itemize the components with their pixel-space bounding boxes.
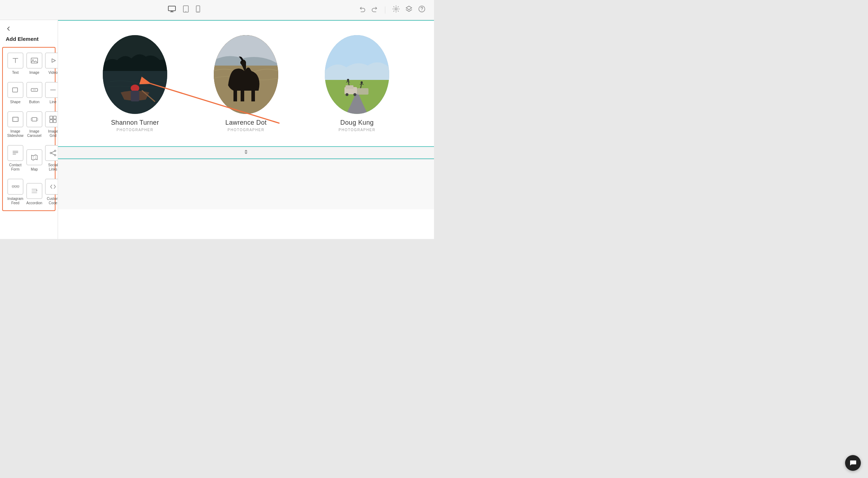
svg-point-7 <box>421 10 422 11</box>
element-social-links[interactable]: Social Links <box>44 142 58 175</box>
instagram-feed-label: Instagram Feed <box>7 197 24 205</box>
svg-rect-25 <box>12 186 14 187</box>
svg-rect-11 <box>13 88 18 92</box>
text-icon <box>8 53 23 68</box>
contact-form-label: Contact Form <box>7 163 24 172</box>
panel-title: Add Element <box>0 36 58 47</box>
person-card-doug: Doug Kung PHOTOGRAPHER <box>325 35 389 132</box>
person-role-lawrence: PHOTOGRAPHER <box>228 128 265 132</box>
svg-rect-20 <box>50 120 53 123</box>
element-image-grid[interactable]: Image Grid <box>44 108 58 142</box>
video-icon <box>45 53 58 68</box>
layers-icon[interactable] <box>405 5 413 14</box>
element-contact-form[interactable]: Contact Form <box>6 142 25 175</box>
instagram-feed-icon <box>8 179 23 195</box>
canvas: Shannon Turner PHOTOGRAPHER <box>58 20 434 239</box>
accordion-label: Accordion <box>26 201 42 205</box>
svg-point-9 <box>32 59 33 61</box>
svg-rect-13 <box>13 117 18 121</box>
contact-form-icon <box>8 145 23 161</box>
sidebar: Add Element Text <box>0 20 58 239</box>
redo-icon[interactable] <box>371 6 378 14</box>
person-role-shannon: PHOTOGRAPHER <box>117 128 154 132</box>
canvas-inner: Shannon Turner PHOTOGRAPHER <box>58 20 434 239</box>
button-icon <box>26 82 42 98</box>
resize-handle[interactable] <box>58 147 434 159</box>
shape-label: Shape <box>10 100 20 104</box>
person-name-lawrence: Lawrence Dot <box>225 119 266 126</box>
button-label: Button <box>29 100 39 104</box>
social-links-label: Social Links <box>45 163 58 172</box>
svg-rect-43 <box>346 85 353 89</box>
video-label: Video <box>48 71 57 75</box>
svg-rect-0 <box>168 6 175 11</box>
svg-rect-27 <box>17 186 19 187</box>
person-card-shannon: Shannon Turner PHOTOGRAPHER <box>103 35 167 132</box>
svg-rect-18 <box>50 116 53 119</box>
svg-rect-21 <box>53 120 56 123</box>
element-text[interactable]: Text <box>6 49 25 78</box>
custom-code-icon <box>45 179 58 195</box>
undo-icon[interactable] <box>359 6 366 14</box>
person-name-doug: Doug Kung <box>340 119 373 126</box>
svg-point-2 <box>185 11 186 12</box>
svg-rect-26 <box>15 186 16 187</box>
image-grid-icon <box>45 111 58 127</box>
line-label: Line <box>50 100 57 104</box>
person-card-lawrence: Lawrence Dot PHOTOGRAPHER <box>214 35 278 132</box>
resize-icon <box>243 149 249 156</box>
settings-icon[interactable] <box>392 5 400 14</box>
device-switcher <box>168 5 200 14</box>
image-icon <box>26 53 42 68</box>
image-slideshow-label: Image Slideshow <box>7 129 24 138</box>
accordion-icon <box>26 183 42 199</box>
map-icon <box>26 149 42 165</box>
social-links-icon <box>45 145 58 161</box>
svg-rect-19 <box>53 116 56 119</box>
help-icon[interactable] <box>418 5 425 14</box>
tablet-icon[interactable] <box>183 5 189 14</box>
svg-marker-10 <box>52 59 56 62</box>
svg-point-44 <box>346 93 348 96</box>
element-line[interactable]: Line <box>44 78 58 108</box>
shape-icon <box>8 82 23 98</box>
element-video[interactable]: Video <box>44 49 58 78</box>
map-label: Map <box>31 167 38 172</box>
back-button[interactable] <box>0 26 58 36</box>
custom-code-label: Custom Code <box>45 197 58 205</box>
element-image[interactable]: Image <box>25 49 44 78</box>
avatar-shannon <box>103 35 167 114</box>
person-name-shannon: Shannon Turner <box>111 119 159 126</box>
image-slideshow-icon <box>8 111 23 127</box>
svg-rect-14 <box>14 117 17 121</box>
top-bar <box>0 0 434 20</box>
image-carousel-label: Image Carousel <box>26 129 42 138</box>
svg-point-5 <box>395 8 397 10</box>
person-role-doug: PHOTOGRAPHER <box>339 128 376 132</box>
canvas-bottom-section <box>58 159 434 209</box>
svg-rect-46 <box>357 88 368 95</box>
image-grid-label: Image Grid <box>45 129 58 138</box>
element-image-carousel[interactable]: Image Carousel <box>25 108 44 142</box>
people-section: Shannon Turner PHOTOGRAPHER <box>58 20 434 147</box>
avatar-doug <box>325 35 389 114</box>
element-map[interactable]: Map <box>25 142 44 175</box>
desktop-icon[interactable] <box>168 6 176 14</box>
mobile-icon[interactable] <box>196 5 200 14</box>
element-instagram-feed[interactable]: Instagram Feed <box>6 175 25 209</box>
image-carousel-icon <box>26 111 42 127</box>
element-shape[interactable]: Shape <box>6 78 25 108</box>
avatar-lawrence <box>214 35 278 114</box>
element-image-slideshow[interactable]: Image Slideshow <box>6 108 25 142</box>
element-accordion[interactable]: Accordion <box>25 175 44 209</box>
image-label: Image <box>29 71 39 75</box>
element-button[interactable]: Button <box>25 78 44 108</box>
main-area: Add Element Text <box>0 20 434 239</box>
svg-point-4 <box>198 11 198 12</box>
text-label: Text <box>12 71 19 75</box>
element-grid: Text Image <box>2 47 56 211</box>
svg-rect-15 <box>32 118 37 121</box>
svg-point-45 <box>353 93 356 96</box>
svg-point-50 <box>361 81 363 83</box>
element-custom-code[interactable]: Custom Code <box>44 175 58 209</box>
